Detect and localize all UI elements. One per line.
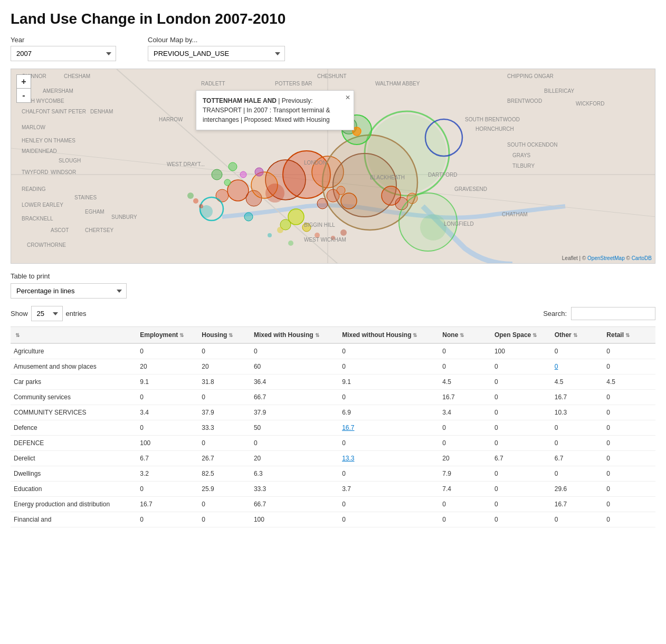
table-row: Amusement and show places20206000000 <box>11 359 655 374</box>
osm-link[interactable]: OpenStreetMap <box>587 255 625 261</box>
svg-point-41 <box>199 204 203 208</box>
cell-employment: 0 <box>137 390 198 405</box>
table-row: Education025.933.33.77.4029.60 <box>11 482 655 497</box>
cell-mixed_without: 0 <box>339 466 439 482</box>
cell-open_space: 0 <box>491 436 551 451</box>
cell-other: 0 <box>551 512 604 527</box>
cell-mixed_without: 13.3 <box>339 451 439 466</box>
svg-point-16 <box>216 189 229 202</box>
cell-none: 0 <box>439 497 491 512</box>
svg-point-27 <box>255 168 263 176</box>
zoom-in-button[interactable]: + <box>17 75 31 89</box>
col-header-open-space[interactable]: Open Space⇅ <box>491 327 551 344</box>
cell-housing: 0 <box>198 512 251 527</box>
cell-mixed_with: 66.7 <box>251 497 339 512</box>
cell-housing: 25.9 <box>198 482 251 497</box>
tooltip-title: TOTTENHAM HALE AND <box>203 97 277 104</box>
col-header-retail[interactable]: Retail⇅ <box>603 327 655 344</box>
cell-none: 0 <box>439 359 491 374</box>
col-header-none[interactable]: None⇅ <box>439 327 491 344</box>
table-row: Financial and0010000000 <box>11 512 655 527</box>
cell-mixed_without: 0 <box>339 497 439 512</box>
cell-other: 0 <box>551 359 604 374</box>
col-header-employment[interactable]: Employment⇅ <box>137 327 198 344</box>
colour-select[interactable]: PREVIOUS_LAND_USE PROPOSED_LAND_USE <box>148 46 285 61</box>
cell-mixed_with: 60 <box>251 359 339 374</box>
cell-employment: 3.4 <box>137 405 198 420</box>
cell-mixed_without: 3.7 <box>339 482 439 497</box>
search-input[interactable] <box>571 307 655 320</box>
cell-category: Car parks <box>11 374 137 390</box>
cell-retail: 0 <box>603 359 655 374</box>
svg-point-18 <box>212 169 222 180</box>
svg-point-47 <box>268 233 272 237</box>
svg-point-45 <box>340 229 347 236</box>
cell-employment: 0 <box>137 512 198 527</box>
cell-link[interactable]: 0 <box>555 363 558 370</box>
map-background: CHINNOR CHESHAM CHESHUNT CHIPPING ONGAR … <box>11 69 655 263</box>
cell-retail: 0 <box>603 390 655 405</box>
sort-icon-employment: ⇅ <box>179 332 184 338</box>
cell-none: 0 <box>439 512 491 527</box>
col-header-housing[interactable]: Housing⇅ <box>198 327 251 344</box>
cell-mixed_with: 33.3 <box>251 482 339 497</box>
cell-housing: 82.5 <box>198 466 251 482</box>
svg-point-30 <box>337 186 345 195</box>
table-controls-row: Show 25 10 50 100 entries Search: <box>11 306 655 321</box>
cell-category: Dwellings <box>11 466 137 482</box>
col-header-other[interactable]: Other⇅ <box>551 327 604 344</box>
cell-housing: 33.3 <box>198 420 251 436</box>
cell-employment: 16.7 <box>137 497 198 512</box>
cell-category: COMMUNITY SERVICES <box>11 405 137 420</box>
table-row: DEFENCE1000000000 <box>11 436 655 451</box>
cell-housing: 0 <box>198 497 251 512</box>
col-header-category[interactable]: ⇅ <box>11 327 137 344</box>
col-header-mixed-with[interactable]: Mixed with Housing⇅ <box>251 327 339 344</box>
entries-select[interactable]: 25 10 50 100 <box>31 306 63 321</box>
cell-open_space: 0 <box>491 482 551 497</box>
table-to-print-select[interactable]: Percentage in lines Count in lines Perce… <box>11 283 127 299</box>
svg-point-39 <box>420 214 446 241</box>
col-header-mixed-without[interactable]: Mixed without Housing⇅ <box>339 327 439 344</box>
cell-mixed_with: 66.7 <box>251 390 339 405</box>
cell-mixed_with: 6.3 <box>251 466 339 482</box>
colour-label: Colour Map by... <box>148 36 285 44</box>
cell-retail: 0 <box>603 405 655 420</box>
cell-mixed_without: 0 <box>339 343 439 359</box>
map-container[interactable]: CHINNOR CHESHAM CHESHUNT CHIPPING ONGAR … <box>11 69 655 264</box>
sort-icon-category: ⇅ <box>15 332 20 338</box>
cell-none: 3.4 <box>439 405 491 420</box>
cell-mixed_without: 16.7 <box>339 420 439 436</box>
svg-point-31 <box>317 198 328 209</box>
year-select[interactable]: 2007 2008 2009 2010 <box>11 46 116 61</box>
zoom-out-button[interactable]: - <box>17 89 31 102</box>
cell-employment: 100 <box>137 436 198 451</box>
map-tooltip: ✕ TOTTENHAM HALE AND | Previously: TRANS… <box>196 90 354 130</box>
table-row: Defence033.35016.70000 <box>11 420 655 436</box>
cell-category: Financial and <box>11 512 137 527</box>
svg-point-43 <box>315 233 320 238</box>
cell-employment: 6.7 <box>137 451 198 466</box>
svg-point-40 <box>193 198 198 204</box>
cell-mixed_without: 6.9 <box>339 405 439 420</box>
cartodb-link[interactable]: CartoDB <box>632 255 652 261</box>
cell-category: Education <box>11 482 137 497</box>
cell-link[interactable]: 16.7 <box>342 424 354 431</box>
table-section: Table to print Percentage in lines Count… <box>11 272 655 527</box>
svg-point-28 <box>240 171 246 178</box>
table-row: COMMUNITY SERVICES3.437.937.96.93.4010.3… <box>11 405 655 420</box>
svg-point-17 <box>265 184 284 203</box>
sort-icon-housing: ⇅ <box>229 332 233 338</box>
cell-none: 7.4 <box>439 482 491 497</box>
cell-mixed_with: 100 <box>251 512 339 527</box>
show-label: Show <box>11 310 28 318</box>
cell-open_space: 0 <box>491 497 551 512</box>
cell-none: 0 <box>439 436 491 451</box>
svg-point-23 <box>244 213 253 221</box>
table-row: Energy production and distribution16.706… <box>11 497 655 512</box>
tooltip-close-button[interactable]: ✕ <box>345 93 350 102</box>
data-table: ⇅ Employment⇅ Housing⇅ Mixed with Housin… <box>11 326 655 527</box>
cell-employment: 0 <box>137 343 198 359</box>
cell-category: Amusement and show places <box>11 359 137 374</box>
cell-link[interactable]: 13.3 <box>342 455 354 462</box>
